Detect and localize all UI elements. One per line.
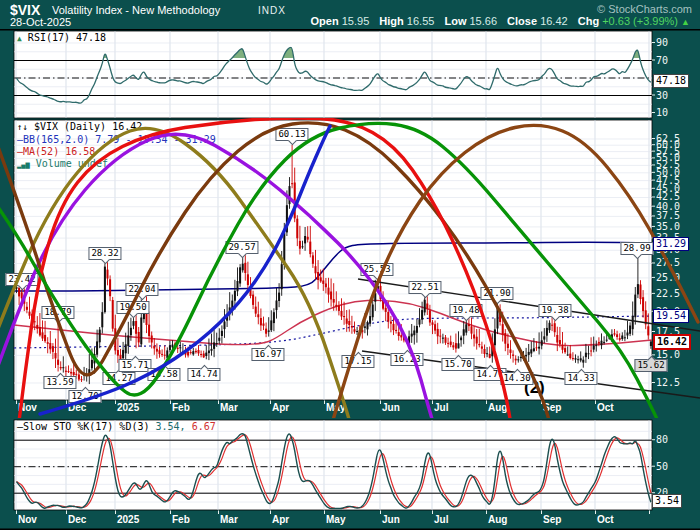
pivot-label: 28.32 <box>88 247 121 260</box>
updown-arrows-icon: ↑↓ <box>17 122 28 132</box>
bottom-month-label: Oct <box>597 514 614 525</box>
pivot-label: 16.97 <box>251 348 284 361</box>
mid-month-label: Nov <box>18 402 37 413</box>
main-legend-symbol: ↑↓ $VIX (Daily) 16.42 <box>17 121 142 133</box>
sto-axis-label: 80 <box>656 434 668 445</box>
chart-header: $VIX Volatility Index - New Methodology … <box>0 0 700 29</box>
mid-month-label: Oct <box>597 402 614 413</box>
mid-month-label: Jun <box>382 402 400 413</box>
rsi-current-value-box: 47.18 <box>653 74 689 88</box>
pivot-label: 14.27 <box>102 372 135 385</box>
pivot-label: 14.30 <box>500 372 533 385</box>
stockcharts-credit-link[interactable]: © StockCharts.com <box>597 3 692 15</box>
pivot-label: 17.15 <box>341 355 374 368</box>
sto-legend: —Slow STO %K(17) %D(3) 3.54, 6.67 <box>17 421 216 433</box>
rsi-axis-label: 30 <box>656 90 668 101</box>
bb-upper-value-box: 31.29 <box>653 237 689 251</box>
pivot-label: 19.38 <box>538 304 571 317</box>
open-value: 15.95 <box>342 15 370 27</box>
bottom-month-label: Feb <box>172 514 190 525</box>
mid-month-label: Sep <box>543 402 561 413</box>
mid-month-label: 2025 <box>117 402 139 413</box>
stockcharts-page: { "header": { "symbol": "$VIX", "title":… <box>0 0 700 530</box>
pivot-label: 16.23 <box>390 353 423 366</box>
pivot-label: 13.59 <box>43 376 76 389</box>
chg-up-icon: ▲ <box>681 17 690 27</box>
pivot-label: 23.42 <box>5 273 38 286</box>
bottom-month-label: 2025 <box>117 514 139 525</box>
bottom-month-label: Mar <box>220 514 238 525</box>
pivot-label: 60.13 <box>275 128 308 141</box>
pivot-label: 22.04 <box>125 283 158 296</box>
main-axis-label: 27.5 <box>656 257 680 268</box>
main-axis-label: 25.0 <box>656 272 680 283</box>
pivot-label: 19.50 <box>116 301 149 314</box>
rsi-axis-label: 70 <box>656 55 668 66</box>
pivot-label: 25.53 <box>360 263 393 276</box>
bottom-month-label: Aug <box>488 514 507 525</box>
sto-d-value: 6.67 <box>192 421 216 432</box>
pivot-label: 14.58 <box>147 368 180 381</box>
close-label: Close <box>507 15 537 27</box>
rsi-axis-label: 90 <box>656 37 668 48</box>
high-value: 16.55 <box>407 15 435 27</box>
volume-legend-text: Volume undef <box>36 158 108 169</box>
last-price-value-box: 16.42 <box>653 334 691 350</box>
rsi-axis-label: 10 <box>656 107 668 118</box>
bb-legend-text: BB(165,2.0) 7.79 - 19.54 - 31.29 <box>23 134 216 145</box>
pivot-label: 28.99 <box>620 242 653 255</box>
ma-legend-text: MA(52) 16.58 <box>23 146 95 157</box>
main-axis-label: 12.5 <box>656 377 680 388</box>
bottom-month-label: Dec <box>68 514 86 525</box>
rsi-legend: ▲ RSI(17) 47.18 <box>17 32 106 45</box>
open-label: Open <box>311 15 339 27</box>
high-label: High <box>379 15 403 27</box>
mid-month-label: Dec <box>68 402 86 413</box>
chart-date: 28-Oct-2025 <box>10 16 71 28</box>
main-legend-ma: —MA(52) 16.58 <box>17 146 95 158</box>
mid-month-label: Mar <box>220 402 238 413</box>
rsi-area-icon: ▲ <box>17 34 22 43</box>
exchange-label: INDX <box>258 5 286 16</box>
pivot-label: 29.57 <box>225 241 258 254</box>
pivot-label: 22.51 <box>408 281 441 294</box>
bottom-month-label: Jul <box>434 514 448 525</box>
main-legend-bb: —BB(165,2.0) 7.79 - 19.54 - 31.29 <box>17 134 216 146</box>
sto-current-value-box: 3.54 <box>652 494 682 508</box>
pivot-label: 12.70 <box>68 390 101 403</box>
pivot-label: 14.74 <box>187 368 220 381</box>
low-label: Low <box>444 15 466 27</box>
sto-legend-text: Slow STO %K(17) %D(3) <box>23 421 149 432</box>
main-axis-label: 37.5 <box>656 210 680 221</box>
bottom-month-label: Jun <box>382 514 400 525</box>
mid-month-label: Apr <box>272 402 289 413</box>
main-legend-volume: ▂▄▆ Volume undef <box>17 158 108 171</box>
chart-canvas <box>0 0 700 530</box>
chg-value: +0.63 (+3.99%) <box>602 15 678 27</box>
rsi-legend-text: RSI(17) 47.18 <box>28 32 106 43</box>
ohlc-quote-row: Open 15.95 High 16.55 Low 15.66 Close 16… <box>304 15 690 27</box>
close-value: 16.42 <box>540 15 568 27</box>
pivot-label: 19.48 <box>449 304 482 317</box>
pivot-label: 18.79 <box>41 306 74 319</box>
main-axis-label: 22.5 <box>656 288 680 299</box>
symbol-title: Volatility Index - New Methodology <box>52 4 220 16</box>
mid-month-label: Jul <box>434 402 448 413</box>
bottom-month-label: Apr <box>272 514 289 525</box>
main-axis-label: 35.0 <box>656 221 680 232</box>
bottom-month-label: Sep <box>543 514 561 525</box>
mid-month-label: Aug <box>488 402 507 413</box>
low-value: 15.66 <box>470 15 498 27</box>
pivot-label: 15.70 <box>441 358 474 371</box>
volume-bars-icon: ▂▄▆ <box>17 161 30 169</box>
chg-label: Chg <box>578 15 599 27</box>
bottom-month-label: Nov <box>18 514 37 525</box>
mid-month-label: Feb <box>172 402 190 413</box>
pivot-label: 14.33 <box>564 372 597 385</box>
sto-axis-label: 50 <box>656 461 668 472</box>
bottom-month-label: May <box>326 514 345 525</box>
pivot-label: 21.90 <box>480 287 513 300</box>
bb-mid-value-box: 19.54 <box>653 309 689 323</box>
mid-month-label: May <box>326 402 345 413</box>
sto-k-value: 3.54, <box>156 421 186 432</box>
